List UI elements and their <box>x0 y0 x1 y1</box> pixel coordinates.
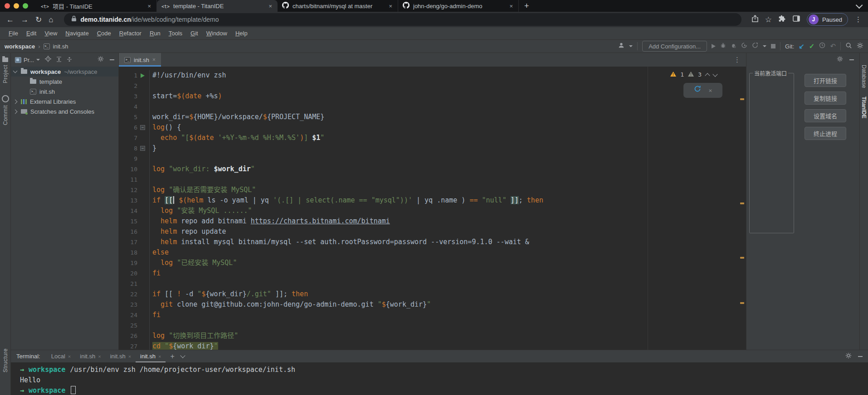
share-icon[interactable] <box>752 15 758 24</box>
tree-item-external-libraries[interactable]: External Libraries <box>11 96 118 106</box>
terminate-process-button[interactable]: 终止进程 <box>805 127 846 140</box>
copy-link-button[interactable]: 复制链接 <box>805 92 846 105</box>
run-arrow-icon[interactable] <box>141 73 145 78</box>
toolwindow-titanide[interactable]: TitanIDE <box>861 96 867 118</box>
git-commit-check-icon[interactable]: ✓ <box>809 42 815 50</box>
extensions-puzzle-icon[interactable] <box>779 15 786 24</box>
tab-close-icon[interactable]: × <box>158 354 161 359</box>
tree-item-workspace[interactable]: workspace~/workspace <box>11 67 118 77</box>
terminal-tab-3[interactable]: init.sh× <box>106 350 136 362</box>
toolwindow-commit[interactable]: Commit <box>2 105 9 125</box>
menu-view[interactable]: View <box>40 29 61 38</box>
code-editor[interactable]: 1 3 × 1#!/usr/bin/env zsh23start=$(date <box>119 67 746 350</box>
browser-tab-3[interactable]: charts/bitnami/mysql at master× <box>278 0 398 12</box>
minimize-window-icon[interactable] <box>14 3 19 9</box>
fold-marker-icon[interactable]: − <box>140 145 146 151</box>
profile-pill[interactable]: J Paused <box>807 13 848 26</box>
menu-edit[interactable]: Edit <box>22 29 40 38</box>
open-link-button[interactable]: 打开链接 <box>805 74 846 87</box>
git-history-clock-icon[interactable] <box>819 42 825 50</box>
breadcrumb-file[interactable]: init.sh <box>53 43 68 50</box>
add-configuration-button[interactable]: Add Configuration... <box>642 41 707 52</box>
address-bar[interactable]: demo.titanide.cn/ide/web/coding/template… <box>64 13 741 26</box>
tab-close-icon[interactable]: × <box>388 3 393 10</box>
set-domain-button[interactable]: 设置域名 <box>805 109 846 122</box>
maximize-window-icon[interactable] <box>23 3 28 9</box>
git-update-icon[interactable]: ↙ <box>799 42 805 50</box>
profile-dropdown-chevron-icon[interactable] <box>629 45 633 49</box>
new-terminal-button[interactable]: + <box>166 352 178 361</box>
menu-window[interactable]: Window <box>202 29 231 38</box>
tree-chevron-icon[interactable] <box>13 109 18 114</box>
tab-close-icon[interactable]: × <box>508 3 514 10</box>
hide-panel-icon[interactable] <box>849 59 854 60</box>
tree-chevron-icon[interactable] <box>13 69 18 73</box>
reload-button[interactable]: ↻ <box>35 16 42 24</box>
bookmark-star-icon[interactable]: ☆ <box>765 16 772 24</box>
panel-settings-gear-icon[interactable] <box>837 56 843 64</box>
new-tab-button[interactable]: + <box>524 1 529 11</box>
fold-box-icon[interactable]: − <box>140 125 145 130</box>
run-with-coverage-icon[interactable] <box>741 42 747 50</box>
expand-all-icon[interactable] <box>56 56 62 64</box>
home-button[interactable]: ⌂ <box>49 16 53 24</box>
browser-tab-2[interactable]: <t>template - TitanIDE× <box>157 0 278 12</box>
git-rollback-icon[interactable]: ↶ <box>830 42 836 50</box>
tab-close-icon[interactable]: × <box>98 354 101 359</box>
toolwindow-database[interactable]: Database <box>861 65 867 88</box>
tab-close-icon[interactable]: × <box>146 3 152 10</box>
tab-search-chevron-icon[interactable] <box>856 1 863 9</box>
debug-button[interactable] <box>720 42 726 50</box>
tree-item-init-sh[interactable]: >_init.sh <box>11 87 118 96</box>
hide-panel-icon[interactable] <box>110 59 114 60</box>
menu-navigate[interactable]: Navigate <box>61 29 93 38</box>
menu-refactor[interactable]: Refactor <box>115 29 146 38</box>
collapse-all-icon[interactable] <box>67 56 72 64</box>
tree-item-scratches-and-consoles[interactable]: Scratches and Consoles <box>11 106 118 116</box>
run-dropdown-chevron-icon[interactable] <box>763 45 766 49</box>
project-toolwindow-icon[interactable] <box>2 58 8 62</box>
menu-code[interactable]: Code <box>93 29 115 38</box>
toolwindow-structure[interactable]: Structure <box>2 348 9 372</box>
settings-gear-icon[interactable] <box>857 42 863 51</box>
tab-close-icon[interactable]: × <box>128 354 131 359</box>
run-anything-icon[interactable] <box>752 42 758 50</box>
project-view-selector[interactable]: Pr... <box>15 57 40 63</box>
tree-chevron-icon[interactable] <box>13 99 18 104</box>
forward-button[interactable]: → <box>21 16 29 24</box>
close-window-icon[interactable] <box>5 3 10 9</box>
menu-file[interactable]: File <box>5 29 22 38</box>
editor-options-kebab-icon[interactable]: ⋮ <box>734 56 746 64</box>
refresh-icon[interactable] <box>694 85 701 96</box>
inspections-widget[interactable]: 1 3 <box>670 69 717 80</box>
breadcrumb-root[interactable]: workspace <box>5 43 35 50</box>
commit-toolwindow-icon[interactable] <box>2 95 9 102</box>
locate-file-icon[interactable] <box>45 56 51 64</box>
menu-tools[interactable]: Tools <box>165 29 186 38</box>
terminal-dropdown-chevron-icon[interactable] <box>180 353 185 358</box>
back-button[interactable]: ← <box>6 16 14 24</box>
previous-problem-chevron-icon[interactable] <box>705 73 710 78</box>
menu-git[interactable]: Git <box>186 29 202 38</box>
editor-tab-init-sh[interactable]: >_ init.sh × <box>119 53 161 67</box>
browser-tab-4[interactable]: john-deng/go-admin-demo× <box>398 0 519 12</box>
tab-close-icon[interactable]: × <box>68 354 71 359</box>
next-problem-chevron-icon[interactable] <box>712 72 717 77</box>
run-profile-person-icon[interactable] <box>618 42 624 50</box>
fold-box-icon[interactable]: − <box>140 146 145 151</box>
menu-run[interactable]: Run <box>146 29 165 38</box>
tab-close-icon[interactable]: × <box>268 3 273 10</box>
tab-close-icon[interactable]: × <box>152 57 156 63</box>
browser-menu-kebab-icon[interactable]: ⋮ <box>855 15 862 24</box>
terminal-output[interactable]: →workspace/usr/bin/env zsh /home/project… <box>11 362 868 395</box>
close-icon[interactable]: × <box>709 85 712 96</box>
hide-terminal-icon[interactable] <box>858 356 863 357</box>
stop-button[interactable] <box>771 44 775 48</box>
side-panel-icon[interactable] <box>793 15 800 24</box>
terminal-tab-4[interactable]: init.sh× <box>136 350 166 362</box>
terminal-tab-1[interactable]: Local× <box>47 350 76 362</box>
toolwindow-project[interactable]: Project <box>2 65 9 83</box>
browser-tab-1[interactable]: <t>项目 - TitanIDE× <box>36 0 157 12</box>
project-settings-gear-icon[interactable] <box>98 56 104 64</box>
terminal-settings-gear-icon[interactable] <box>845 352 852 360</box>
